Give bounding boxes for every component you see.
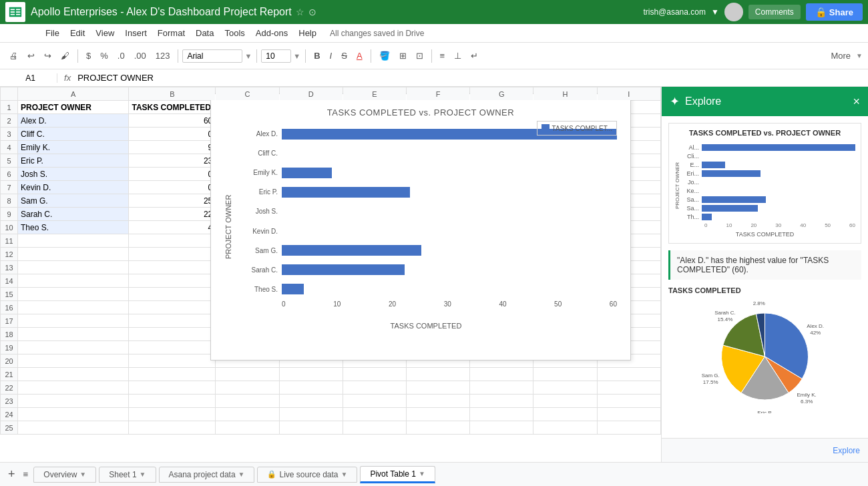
col-header-B[interactable]: B [129,87,216,101]
cell-22-B[interactable] [129,381,216,395]
cell-12-B[interactable] [129,248,216,261]
fill-color-button[interactable]: 🪣 [375,49,394,63]
cell-21-B[interactable] [129,368,216,381]
cell-24-G[interactable] [470,408,533,421]
cell-23-F[interactable] [406,395,469,408]
print-button[interactable]: 🖨 [5,49,22,63]
cell-22-E[interactable] [343,381,406,395]
cell-6-B[interactable]: 0 [129,168,216,181]
cell-21-G[interactable] [470,368,533,381]
cell-17-B[interactable] [129,314,216,328]
cell-23-G[interactable] [470,395,533,408]
cell-20-A[interactable] [18,354,129,368]
add-sheet-button[interactable]: + [5,467,18,481]
cell-24-F[interactable] [406,408,469,421]
cell-12-A[interactable] [18,248,129,261]
cell-16-A[interactable] [18,301,129,314]
font-family-input[interactable] [182,49,242,63]
menu-edit[interactable]: Edit [65,24,90,43]
cell-22-I[interactable] [597,381,660,395]
cell-25-H[interactable] [533,421,597,435]
cell-19-B[interactable] [129,341,216,354]
cell-18-A[interactable] [18,328,129,341]
cell-8-B[interactable]: 25 [129,194,216,208]
cell-13-A[interactable] [18,261,129,274]
col-header-C[interactable]: C [216,87,279,101]
cell-23-I[interactable] [597,395,660,408]
cell-25-B[interactable] [129,421,216,435]
text-color-button[interactable]: A [353,49,367,63]
strikethrough-button[interactable]: S [337,49,351,63]
cell-10-A[interactable]: Theo S. [18,221,129,234]
cell-22-H[interactable] [533,381,597,395]
menu-insert[interactable]: Insert [120,24,152,43]
menu-file[interactable]: File [40,24,65,43]
menu-data[interactable]: Data [190,24,219,43]
cell-reference-input[interactable] [4,73,57,83]
cell-23-C[interactable] [216,395,279,408]
explore-close-button[interactable]: × [853,95,860,109]
formula-input[interactable] [77,73,864,83]
cell-18-B[interactable] [129,328,216,341]
cell-24-C[interactable] [216,408,279,421]
chevron-down-icon[interactable]: ▼ [711,7,719,17]
cell-21-A[interactable] [18,368,129,381]
cell-14-B[interactable] [129,274,216,288]
menu-tools[interactable]: Tools [219,24,250,43]
cell-9-B[interactable]: 22 [129,208,216,221]
cell-9-A[interactable]: Sarah C. [18,208,129,221]
cell-21-E[interactable] [343,368,406,381]
decrease-decimal[interactable]: .0 [114,49,129,63]
cell-5-A[interactable]: Eric P. [18,154,129,168]
borders-button[interactable]: ⊞ [395,49,411,63]
cell-23-B[interactable] [129,395,216,408]
cell-23-H[interactable] [533,395,597,408]
cell-22-C[interactable] [216,381,279,395]
cell-22-D[interactable] [279,381,343,395]
italic-button[interactable]: I [326,49,337,63]
cell-25-C[interactable] [216,421,279,435]
cell-22-F[interactable] [406,381,469,395]
cell-24-B[interactable] [129,408,216,421]
cell-23-A[interactable] [18,395,129,408]
explore-content[interactable]: TASKS COMPLETED vs. PROJECT OWNER PROJEC… [662,116,868,438]
cell-22-G[interactable] [470,381,533,395]
cell-14-A[interactable] [18,274,129,288]
cell-22-A[interactable] [18,381,129,395]
cell-23-D[interactable] [279,395,343,408]
cell-4-B[interactable]: 9 [129,141,216,154]
col-header-F[interactable]: F [406,87,469,101]
increase-decimal[interactable]: .00 [130,49,150,63]
currency-button[interactable]: $ [82,49,95,63]
tab-live-source[interactable]: 🔒 Live source data ▼ [257,467,357,483]
share-button[interactable]: 🔒 Share [806,3,863,21]
cell-15-B[interactable] [129,288,216,301]
cell-13-B[interactable] [129,261,216,274]
cell-3-A[interactable]: Cliff C. [18,128,129,141]
col-header-H[interactable]: H [533,87,597,101]
undo-button[interactable]: ↩ [23,49,39,63]
col-header-E[interactable]: E [343,87,406,101]
cell-25-F[interactable] [406,421,469,435]
cell-4-A[interactable]: Emily K. [18,141,129,154]
bold-button[interactable]: B [310,49,324,63]
cell-3-B[interactable]: 0 [129,128,216,141]
col-header-G[interactable]: G [470,87,533,101]
cell-17-A[interactable] [18,314,129,328]
more-button[interactable]: More [827,49,855,63]
cell-5-B[interactable]: 23 [129,154,216,168]
menu-help[interactable]: Help [293,24,322,43]
sheet-list-button[interactable]: ≡ [21,469,31,479]
cell-24-E[interactable] [343,408,406,421]
tab-overview[interactable]: Overview ▼ [33,467,96,483]
col-header-A[interactable]: A [18,87,129,101]
cell-7-A[interactable]: Kevin D. [18,181,129,194]
merge-button[interactable]: ⊡ [412,49,427,63]
paint-format-button[interactable]: 🖌 [57,49,73,63]
menu-format[interactable]: Format [152,24,190,43]
tab-sheet1[interactable]: Sheet 1 ▼ [99,467,156,483]
explore-footer-button[interactable]: Explore [833,446,860,455]
cell-16-B[interactable] [129,301,216,314]
cell-2-A[interactable]: Alex D. [18,114,129,128]
cell-2-B[interactable]: 60 [129,114,216,128]
